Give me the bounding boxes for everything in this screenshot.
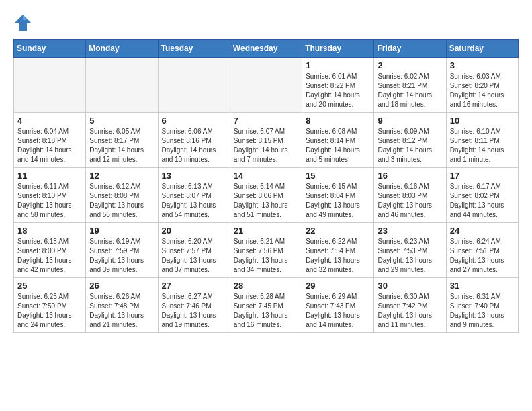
calendar-day-cell: 4Sunrise: 6:04 AM Sunset: 8:18 PM Daylig…	[14, 113, 86, 168]
day-number: 30	[378, 281, 442, 291]
day-info: Sunrise: 6:04 AM Sunset: 8:18 PM Dayligh…	[17, 127, 82, 165]
calendar-day-cell: 12Sunrise: 6:12 AM Sunset: 8:08 PM Dayli…	[86, 168, 158, 223]
calendar-day-cell	[230, 58, 302, 113]
day-info: Sunrise: 6:15 AM Sunset: 8:04 PM Dayligh…	[306, 182, 370, 220]
day-info: Sunrise: 6:19 AM Sunset: 7:59 PM Dayligh…	[89, 237, 154, 275]
calendar-week-row: 1Sunrise: 6:01 AM Sunset: 8:22 PM Daylig…	[14, 58, 519, 113]
calendar-day-cell: 17Sunrise: 6:17 AM Sunset: 8:02 PM Dayli…	[446, 168, 518, 223]
day-info: Sunrise: 6:20 AM Sunset: 7:57 PM Dayligh…	[162, 237, 226, 275]
day-header-saturday: Saturday	[446, 40, 518, 58]
day-number: 13	[162, 171, 226, 181]
calendar-day-cell: 30Sunrise: 6:30 AM Sunset: 7:42 PM Dayli…	[374, 278, 446, 333]
day-number: 11	[17, 171, 82, 181]
day-number: 3	[450, 60, 515, 71]
day-number: 9	[378, 116, 442, 126]
day-info: Sunrise: 6:27 AM Sunset: 7:46 PM Dayligh…	[162, 292, 226, 330]
day-number: 8	[306, 116, 370, 126]
day-info: Sunrise: 6:29 AM Sunset: 7:43 PM Dayligh…	[306, 292, 370, 330]
calendar-day-cell: 11Sunrise: 6:11 AM Sunset: 8:10 PM Dayli…	[14, 168, 86, 223]
calendar-day-cell	[86, 58, 158, 113]
day-number: 4	[17, 116, 82, 126]
day-info: Sunrise: 6:02 AM Sunset: 8:21 PM Dayligh…	[378, 72, 442, 109]
calendar-day-cell: 21Sunrise: 6:21 AM Sunset: 7:56 PM Dayli…	[230, 223, 302, 278]
day-number: 17	[450, 171, 515, 181]
day-header-thursday: Thursday	[302, 40, 374, 58]
calendar-day-cell: 29Sunrise: 6:29 AM Sunset: 7:43 PM Dayli…	[302, 278, 374, 333]
page-header	[13, 13, 519, 32]
day-info: Sunrise: 6:08 AM Sunset: 8:14 PM Dayligh…	[306, 127, 370, 165]
calendar-day-cell: 14Sunrise: 6:14 AM Sunset: 8:06 PM Dayli…	[230, 168, 302, 223]
calendar-day-cell: 28Sunrise: 6:28 AM Sunset: 7:45 PM Dayli…	[230, 278, 302, 333]
calendar-day-cell: 1Sunrise: 6:01 AM Sunset: 8:22 PM Daylig…	[302, 58, 374, 113]
calendar-day-cell: 16Sunrise: 6:16 AM Sunset: 8:03 PM Dayli…	[374, 168, 446, 223]
calendar-day-cell: 31Sunrise: 6:31 AM Sunset: 7:40 PM Dayli…	[446, 278, 518, 333]
day-number: 23	[378, 226, 442, 236]
day-number: 20	[162, 226, 226, 236]
day-number: 12	[89, 171, 154, 181]
day-number: 29	[306, 281, 370, 291]
calendar-day-cell: 8Sunrise: 6:08 AM Sunset: 8:14 PM Daylig…	[302, 113, 374, 168]
day-info: Sunrise: 6:25 AM Sunset: 7:50 PM Dayligh…	[17, 292, 82, 330]
calendar-day-cell: 15Sunrise: 6:15 AM Sunset: 8:04 PM Dayli…	[302, 168, 374, 223]
calendar-day-cell: 27Sunrise: 6:27 AM Sunset: 7:46 PM Dayli…	[158, 278, 230, 333]
calendar-day-cell: 22Sunrise: 6:22 AM Sunset: 7:54 PM Dayli…	[302, 223, 374, 278]
logo-icon	[13, 13, 32, 32]
day-info: Sunrise: 6:16 AM Sunset: 8:03 PM Dayligh…	[378, 182, 442, 220]
day-number: 14	[234, 171, 298, 181]
day-number: 6	[162, 116, 226, 126]
day-number: 16	[378, 171, 442, 181]
calendar-day-cell: 25Sunrise: 6:25 AM Sunset: 7:50 PM Dayli…	[14, 278, 86, 333]
day-info: Sunrise: 6:13 AM Sunset: 8:07 PM Dayligh…	[162, 182, 226, 220]
calendar-day-cell: 3Sunrise: 6:03 AM Sunset: 8:20 PM Daylig…	[446, 58, 518, 113]
day-header-friday: Friday	[374, 40, 446, 58]
day-number: 22	[306, 226, 370, 236]
day-info: Sunrise: 6:05 AM Sunset: 8:17 PM Dayligh…	[89, 127, 154, 165]
day-info: Sunrise: 6:24 AM Sunset: 7:51 PM Dayligh…	[450, 237, 515, 275]
day-info: Sunrise: 6:28 AM Sunset: 7:45 PM Dayligh…	[234, 292, 298, 330]
calendar-day-cell: 5Sunrise: 6:05 AM Sunset: 8:17 PM Daylig…	[86, 113, 158, 168]
day-info: Sunrise: 6:18 AM Sunset: 8:00 PM Dayligh…	[17, 237, 82, 275]
day-info: Sunrise: 6:23 AM Sunset: 7:53 PM Dayligh…	[378, 237, 442, 275]
day-number: 19	[89, 226, 154, 236]
day-info: Sunrise: 6:09 AM Sunset: 8:12 PM Dayligh…	[378, 127, 442, 165]
day-number: 21	[234, 226, 298, 236]
calendar-day-cell	[14, 58, 86, 113]
day-header-sunday: Sunday	[14, 40, 86, 58]
calendar-day-cell: 2Sunrise: 6:02 AM Sunset: 8:21 PM Daylig…	[374, 58, 446, 113]
day-info: Sunrise: 6:22 AM Sunset: 7:54 PM Dayligh…	[306, 237, 370, 275]
calendar-week-row: 4Sunrise: 6:04 AM Sunset: 8:18 PM Daylig…	[14, 113, 519, 168]
calendar-day-cell: 20Sunrise: 6:20 AM Sunset: 7:57 PM Dayli…	[158, 223, 230, 278]
calendar-table: SundayMondayTuesdayWednesdayThursdayFrid…	[13, 39, 519, 333]
day-number: 15	[306, 171, 370, 181]
day-number: 1	[306, 60, 370, 71]
calendar-day-cell: 24Sunrise: 6:24 AM Sunset: 7:51 PM Dayli…	[446, 223, 518, 278]
calendar-day-cell: 26Sunrise: 6:26 AM Sunset: 7:48 PM Dayli…	[86, 278, 158, 333]
calendar-day-cell: 10Sunrise: 6:10 AM Sunset: 8:11 PM Dayli…	[446, 113, 518, 168]
day-header-wednesday: Wednesday	[230, 40, 302, 58]
day-number: 25	[17, 281, 82, 291]
calendar-day-cell: 7Sunrise: 6:07 AM Sunset: 8:15 PM Daylig…	[230, 113, 302, 168]
day-number: 18	[17, 226, 82, 236]
calendar-week-row: 11Sunrise: 6:11 AM Sunset: 8:10 PM Dayli…	[14, 168, 519, 223]
day-info: Sunrise: 6:01 AM Sunset: 8:22 PM Dayligh…	[306, 72, 370, 109]
day-number: 7	[234, 116, 298, 126]
day-info: Sunrise: 6:06 AM Sunset: 8:16 PM Dayligh…	[162, 127, 226, 165]
day-info: Sunrise: 6:31 AM Sunset: 7:40 PM Dayligh…	[450, 292, 515, 330]
day-info: Sunrise: 6:26 AM Sunset: 7:48 PM Dayligh…	[89, 292, 154, 330]
day-number: 27	[162, 281, 226, 291]
calendar-week-row: 25Sunrise: 6:25 AM Sunset: 7:50 PM Dayli…	[14, 278, 519, 333]
logo	[13, 13, 35, 32]
day-info: Sunrise: 6:10 AM Sunset: 8:11 PM Dayligh…	[450, 127, 515, 165]
day-info: Sunrise: 6:30 AM Sunset: 7:42 PM Dayligh…	[378, 292, 442, 330]
day-number: 26	[89, 281, 154, 291]
day-number: 10	[450, 116, 515, 126]
day-number: 31	[450, 281, 515, 291]
day-number: 5	[89, 116, 154, 126]
day-info: Sunrise: 6:21 AM Sunset: 7:56 PM Dayligh…	[234, 237, 298, 275]
day-info: Sunrise: 6:03 AM Sunset: 8:20 PM Dayligh…	[450, 72, 515, 109]
day-info: Sunrise: 6:14 AM Sunset: 8:06 PM Dayligh…	[234, 182, 298, 220]
calendar-week-row: 18Sunrise: 6:18 AM Sunset: 8:00 PM Dayli…	[14, 223, 519, 278]
calendar-day-cell: 9Sunrise: 6:09 AM Sunset: 8:12 PM Daylig…	[374, 113, 446, 168]
day-header-monday: Monday	[86, 40, 158, 58]
day-info: Sunrise: 6:12 AM Sunset: 8:08 PM Dayligh…	[89, 182, 154, 220]
